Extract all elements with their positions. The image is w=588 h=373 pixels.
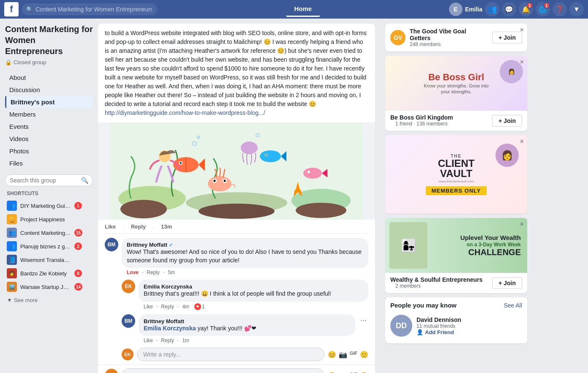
nav-item-photos[interactable]: Photos: [5, 145, 93, 157]
suggestion-name-goodvibe: The Good Vibe Goal Getters: [410, 28, 488, 41]
separator: ·: [163, 270, 164, 275]
comment-author-1: Brittney Moffatt ✓: [127, 242, 173, 248]
comment-author-3: Brittney Moffatt: [144, 318, 184, 324]
left-sidebar: Content Marketing for Women Entrepreneur…: [0, 19, 93, 373]
nav-home[interactable]: Home: [286, 2, 321, 17]
avatar[interactable]: E: [449, 3, 463, 16]
svg-point-4: [120, 200, 167, 218]
join-btn-wealthy[interactable]: + Join: [492, 277, 522, 289]
like-btn-2[interactable]: Like: [144, 304, 153, 310]
emoji-icon[interactable]: 😊: [328, 351, 336, 359]
post-link[interactable]: http://diymarketingguide.com/how-to-make…: [105, 109, 265, 116]
main-comment-input[interactable]: [122, 368, 324, 373]
help-icon[interactable]: ❓: [553, 2, 567, 16]
shortcut-icon-diy: 👥: [7, 201, 17, 211]
messenger-icon[interactable]: 💬: [502, 2, 516, 16]
more-options-icon[interactable]: ···: [359, 314, 368, 344]
people-you-may-know: People you may know See All DD David Den…: [385, 297, 527, 343]
person-name-david: David Dennison: [416, 316, 522, 323]
uplevel-line2: on a 3-Day Work Week: [460, 242, 521, 248]
vault-members-only: MEMBERS ONLY: [426, 186, 487, 195]
ad-name-beboss: Be Boss Girl Kingdom: [390, 114, 453, 121]
shortcut-diy-marketing[interactable]: 👥 DIY Marketing Guide 1: [5, 199, 93, 212]
see-all-link[interactable]: See All: [504, 302, 522, 309]
svg-point-6: [296, 203, 346, 218]
join-btn-beboss[interactable]: + Join: [492, 115, 522, 127]
top-navigation: f 🔍 Home E Emilia 👥 💬 🔔 1 🌐 1 ❓ ▼: [0, 0, 588, 19]
reply-btn-3[interactable]: Reply: [161, 338, 174, 343]
comment-item-3: BM Brittney Moffatt Emilia Korczynska ya…: [105, 314, 368, 344]
svg-point-15: [266, 155, 267, 156]
reply-input-icons: 😊 📷 GIF 🙂: [328, 351, 368, 359]
globe-icon[interactable]: 🌐 1: [536, 2, 550, 16]
group-search-input[interactable]: [10, 177, 81, 184]
nav-item-brittneys-post[interactable]: Brittney's post: [5, 96, 93, 108]
uplevel-text-block: Uplevel Your Wealth on a 3-Day Work Week…: [460, 234, 521, 257]
nav-item-discussion[interactable]: Discussion: [5, 84, 93, 96]
shortcut-content-marketing[interactable]: 👥 Content Marketing f... 15: [5, 226, 93, 240]
gif-icon[interactable]: GIF: [350, 351, 357, 359]
ad-title-row-beboss: Be Boss Girl Kingdom 1 friend · 136 memb…: [385, 111, 527, 131]
nav-item-about[interactable]: About: [5, 71, 93, 84]
sticker-icon[interactable]: 🙂: [360, 351, 368, 359]
reply-action[interactable]: Reply: [131, 223, 146, 230]
comment-text-2: Brittney that's great!!! 😀 I think a lot…: [144, 290, 363, 298]
add-friend-button[interactable]: 👤 Add Friend: [416, 329, 522, 335]
post-card: to build a WordPress website integrated …: [98, 24, 375, 373]
facebook-logo[interactable]: f: [4, 2, 19, 16]
photo-icon[interactable]: 📷: [339, 351, 347, 359]
join-btn-goodvibe[interactable]: + Join: [492, 32, 522, 44]
settings-chevron[interactable]: ▼: [569, 2, 584, 16]
nav-username[interactable]: Emilia: [465, 6, 482, 13]
chevron-down-icon: ▼: [7, 297, 12, 303]
shortcut-project-happiness[interactable]: 🏆 Project Happiness: [5, 212, 93, 226]
right-sidebar: × GV The Good Vibe Goal Getters 248 memb…: [380, 19, 532, 373]
like-action[interactable]: Like: [105, 223, 116, 230]
timestamp-1: 5m: [168, 270, 175, 275]
person-mutual-david: 11 mutual friends: [416, 323, 522, 329]
comment-meta-1: Love · Reply · 5m: [122, 270, 368, 275]
comment-avatar-brittney: BM: [105, 238, 118, 251]
comment-meta-3: Like · Reply · 1m: [139, 338, 355, 343]
shortcut-planuje[interactable]: 👥 Planuję biznes z głową! 2: [5, 240, 93, 253]
global-search-input[interactable]: [22, 3, 157, 15]
avatar-goodvibe: GV: [390, 30, 406, 45]
shortcut-label-planuje: Planuję biznes z głową!: [20, 243, 71, 250]
notifications-icon[interactable]: 🔔 1: [519, 2, 533, 16]
comment-text-1: Wow! That's awesome! And so nice of you …: [127, 248, 363, 264]
close-button-clientvault[interactable]: ×: [520, 138, 524, 145]
shortcut-label-content: Content Marketing f...: [20, 230, 71, 236]
timestamp-3: 1m: [182, 338, 189, 343]
close-button-goodvibe[interactable]: ×: [520, 26, 524, 34]
nav-item-events[interactable]: Events: [5, 120, 93, 133]
group-search-box: 🔍: [5, 174, 93, 186]
separator: ·: [156, 338, 158, 343]
shortcut-wisemont[interactable]: 📘 Wisemont Translations: [5, 253, 93, 267]
svg-point-26: [214, 180, 216, 182]
reply-btn-2[interactable]: Reply: [161, 304, 174, 310]
reply-input-section: EK 😊 📷 GIF 🙂: [105, 348, 368, 361]
nav-item-files[interactable]: Files: [5, 157, 93, 169]
shortcut-icon-planuje: 👥: [7, 241, 17, 251]
comment-thread: BM Brittney Moffatt ✓ Wow! That's awesom…: [105, 238, 368, 361]
nav-item-videos[interactable]: Videos: [5, 133, 93, 145]
reply-btn-1[interactable]: Reply: [147, 270, 160, 275]
nav-item-members[interactable]: Members: [5, 108, 93, 120]
shortcut-bardzo-zle[interactable]: 👩 Bardzo Złe Kobiety 8: [5, 267, 93, 280]
reply-input[interactable]: [137, 348, 324, 361]
shortcuts-list: 👥 DIY Marketing Guide 1 🏆 Project Happin…: [5, 199, 93, 294]
ad-banner-wealthy: 👩‍👧 Uplevel Your Wealth on a 3-Day Work …: [385, 218, 527, 273]
beboss-subtitle: Know your strengths. Grow into your stre…: [422, 83, 490, 95]
love-reaction[interactable]: Love: [127, 270, 139, 275]
like-btn-3[interactable]: Like: [144, 338, 153, 343]
artwork-image: [98, 123, 375, 220]
close-button-wealthy[interactable]: ×: [520, 221, 524, 228]
close-button-beboss[interactable]: ×: [520, 58, 524, 66]
see-more-button[interactable]: ▼ See more: [5, 295, 93, 305]
timestamp: 13m: [161, 223, 172, 230]
shortcut-warsaw[interactable]: 🏙️ Warsaw Startup Jobs 14: [5, 280, 93, 294]
shortcut-label-happiness: Project Happiness: [20, 216, 71, 223]
post-image: [98, 123, 375, 220]
ad-card-clientvault: × THE CLIENT VAULT www.theclientvault.co…: [385, 135, 527, 214]
friend-requests-icon[interactable]: 👥: [485, 2, 499, 16]
